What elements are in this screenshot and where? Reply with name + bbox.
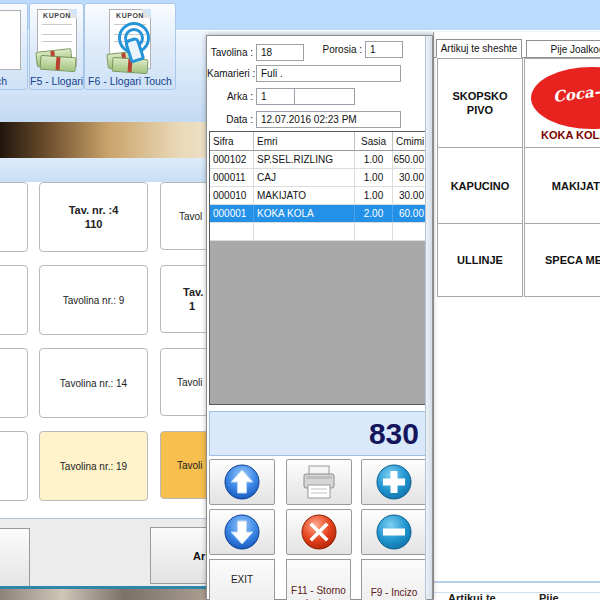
vertical-scrollbar[interactable] bbox=[425, 36, 432, 599]
cell-sifra: 000010 bbox=[210, 187, 254, 204]
column-header-cmimi[interactable]: Cmimi bbox=[393, 132, 427, 150]
bottom-tab-fragment[interactable]: Pije bbox=[539, 592, 559, 600]
table-row-selected[interactable]: 000001 KOKA KOLA 2.00 60.00 bbox=[210, 205, 427, 223]
cell-cmimi: 30.00 bbox=[393, 169, 427, 186]
bottom-tab-fragment[interactable]: Artikuj te bbox=[448, 592, 496, 600]
order-total: 830 bbox=[209, 411, 428, 456]
f11-storno-button[interactable]: F11 - Storno Incizo bbox=[286, 559, 351, 600]
bottom-partial-button[interactable] bbox=[0, 528, 30, 592]
up-arrow-icon bbox=[222, 462, 262, 502]
kupon-text: KUPON bbox=[38, 12, 76, 19]
table-row[interactable]: 000011 CAJ 1.00 30.00 bbox=[210, 169, 427, 187]
data-label: Data : bbox=[207, 114, 253, 125]
exit-button[interactable]: EXIT bbox=[209, 559, 275, 600]
cell-emri: MAKIJATO bbox=[254, 187, 355, 204]
product-label: MAKIJATO bbox=[552, 179, 600, 193]
porosia-field[interactable]: 1 bbox=[365, 41, 403, 58]
tab-artikuj-te-sheshte[interactable]: Artikuj te sheshte bbox=[436, 39, 522, 58]
data-field[interactable]: 12.07.2016 02:23 PM bbox=[256, 111, 401, 128]
column-header-sasia[interactable]: Sasia bbox=[355, 132, 393, 150]
kamarieri-field[interactable]: Fuli . bbox=[256, 65, 401, 82]
table-row[interactable]: 000102 SP.SEL.RIZLING 1.00 650.00 bbox=[210, 151, 427, 169]
tab-label: Artikuj te sheshte bbox=[441, 43, 518, 54]
product-label: SPECA ME LAKEN bbox=[545, 253, 600, 267]
table-button-label: Tavol bbox=[179, 211, 202, 222]
table-button-partial[interactable] bbox=[0, 182, 28, 252]
product-speca-me-laken[interactable]: SPECA ME LAKEN bbox=[524, 223, 600, 297]
toolbar-button-label: F5 - Llogari bbox=[30, 75, 83, 87]
cancel-icon bbox=[299, 512, 339, 552]
llogari-touch-partial-button[interactable]: Touch bbox=[0, 3, 28, 90]
product-label: ULLINJE bbox=[457, 253, 503, 267]
table-button-4[interactable]: Tav. nr. :4 110 bbox=[39, 182, 148, 252]
cell-emri: SP.SEL.RIZLING bbox=[254, 151, 355, 168]
table-button-label: Tavoli bbox=[177, 377, 203, 388]
cell-sasia: 1.00 bbox=[355, 151, 393, 168]
column-header-emri[interactable]: Emri bbox=[254, 132, 355, 150]
tab-label: Pije bbox=[539, 592, 559, 600]
cell-emri: CAJ bbox=[254, 169, 355, 186]
product-label: SKOPSKO PIVO bbox=[438, 89, 522, 117]
bottom-texture-strip bbox=[0, 589, 207, 600]
down-arrow-icon bbox=[222, 512, 262, 552]
product-koka-kola[interactable]: Coca-Cola KOKA KOLA bbox=[524, 58, 600, 148]
arka-label: Arka : bbox=[207, 91, 253, 102]
product-label: KOKA KOLA bbox=[541, 128, 600, 142]
f6-llogari-touch-button[interactable]: KUPON F6 - Llogari Touch bbox=[84, 3, 176, 90]
order-panel: Tavolina : 18 Porosia : 1 Kamarieri : Fu… bbox=[206, 35, 433, 600]
table-button-label: Tav. bbox=[183, 285, 203, 299]
print-button[interactable] bbox=[286, 459, 352, 505]
tavolina-field[interactable]: 18 bbox=[256, 44, 304, 61]
table-button-partial[interactable] bbox=[0, 431, 28, 501]
cell-sifra: 000011 bbox=[210, 169, 254, 186]
printer-icon bbox=[298, 462, 340, 502]
money-stack-icon bbox=[40, 55, 77, 72]
kupon-text: KUPON bbox=[110, 12, 150, 19]
table-button-label: Tavolina nr.: 14 bbox=[60, 378, 127, 389]
cancel-button[interactable] bbox=[286, 509, 352, 555]
move-down-button[interactable] bbox=[209, 509, 275, 555]
arka-field[interactable]: 1 bbox=[256, 88, 295, 105]
f11-button-label: F11 - Storno bbox=[287, 585, 350, 596]
table-button-amount: 1 bbox=[183, 299, 195, 313]
f9-incizo-button[interactable]: F9 - Incizo bbox=[361, 559, 427, 600]
table-button-partial[interactable] bbox=[0, 348, 28, 418]
minus-icon bbox=[374, 512, 414, 552]
cell-sifra: 000001 bbox=[210, 205, 254, 222]
kupon-receipt-icon bbox=[0, 10, 21, 70]
cell-cmimi: 60.00 bbox=[393, 205, 427, 222]
table-button-amount: 110 bbox=[85, 217, 103, 231]
remove-item-button[interactable] bbox=[361, 509, 427, 555]
toolbar-button-label: F6 - Llogari Touch bbox=[85, 75, 175, 87]
table-button-partial[interactable] bbox=[0, 265, 28, 335]
table-button-label: Tav. nr. :4 bbox=[69, 203, 119, 217]
add-item-button[interactable] bbox=[361, 459, 427, 505]
tab-label: Artikuj te bbox=[448, 592, 496, 600]
column-header-sifra[interactable]: Sifra bbox=[210, 132, 254, 150]
table-button-label: Tavoli bbox=[177, 460, 203, 471]
porosia-label: Porosia : bbox=[312, 44, 362, 55]
cell-sasia: 1.00 bbox=[355, 187, 393, 204]
arka-secondary-field[interactable] bbox=[294, 88, 355, 105]
table-button-9[interactable]: Tavolina nr.: 9 bbox=[39, 265, 148, 335]
product-kapucino[interactable]: KAPUCINO bbox=[437, 147, 523, 224]
table-button-14[interactable]: Tavolina nr.: 14 bbox=[39, 348, 148, 418]
artikuj-button-label: Ar bbox=[193, 550, 205, 562]
tavolina-label: Tavolina : bbox=[207, 47, 253, 58]
table-row[interactable]: 000010 MAKIJATO 1.00 30.00 bbox=[210, 187, 427, 205]
product-makijato[interactable]: MAKIJATO bbox=[524, 147, 600, 224]
product-ullinje[interactable]: ULLINJE bbox=[437, 223, 523, 297]
order-items-grid: Sifra Emri Sasia Cmimi 000102 SP.SEL.RIZ… bbox=[209, 131, 428, 405]
move-up-button[interactable] bbox=[209, 459, 275, 505]
cell-cmimi: 650.00 bbox=[393, 151, 427, 168]
table-button-19[interactable]: Tavolina nr.: 19 bbox=[39, 431, 148, 501]
product-label: KAPUCINO bbox=[451, 179, 510, 193]
table-button-label: Tavolina nr.: 19 bbox=[60, 461, 127, 472]
exit-button-label: EXIT bbox=[210, 574, 274, 585]
cell-cmimi: 30.00 bbox=[393, 187, 427, 204]
f9-button-label: F9 - Incizo bbox=[362, 587, 426, 598]
tab-pije-joalkoolike[interactable]: Pije Joalkoolike bbox=[526, 40, 600, 58]
products-panel: Artikuj te sheshte Pije Joalkoolike SKOP… bbox=[433, 32, 600, 600]
product-skopsko-pivo[interactable]: SKOPSKO PIVO bbox=[437, 58, 523, 148]
f5-llogari-button[interactable]: KUPON F5 - Llogari bbox=[29, 3, 84, 90]
